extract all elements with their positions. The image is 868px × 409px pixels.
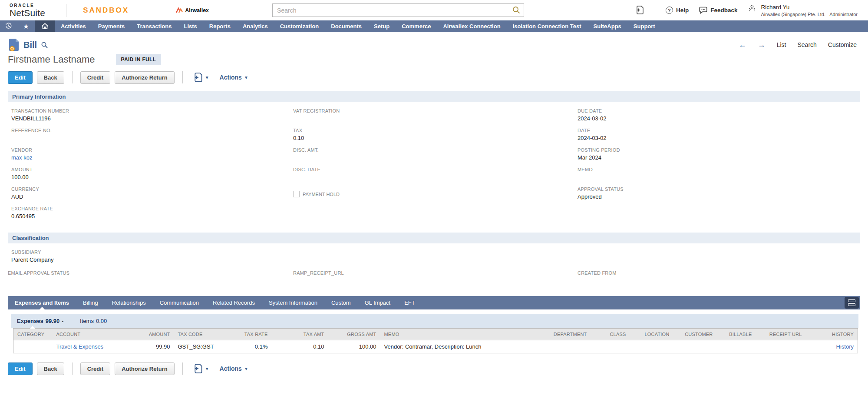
netsuite-wordmark: NetSuite [10, 8, 45, 17]
feedback-label: Feedback [710, 7, 737, 13]
tab-gl-impact[interactable]: GL Impact [358, 296, 397, 309]
add-related-record-button[interactable]: ▼ [194, 73, 209, 83]
field-disc-date: DISC. DATE [293, 167, 578, 186]
spacer [293, 249, 578, 270]
cell-history: History [806, 340, 858, 353]
add-related-record-button[interactable]: ▼ [194, 364, 209, 374]
nav-item-suiteapps[interactable]: SuiteApps [587, 20, 627, 32]
cell-billable [717, 340, 756, 353]
next-record-arrow[interactable]: → [758, 41, 766, 49]
col-tax-rate: TAX RATE [222, 329, 272, 340]
field-transaction-number: TRANSACTION NUMBER VENDBILL1196 [11, 108, 293, 128]
add-record-icon [194, 73, 203, 83]
classification-fields: SUBSIDIARY Parent Company EMAIL APPROVAL… [0, 243, 868, 290]
subtab-items[interactable]: Items 0.00 [80, 318, 107, 324]
field-due-date: DUE DATE 2024-03-02 [578, 108, 868, 128]
field-reference-no: REFERENCE NO. [11, 128, 293, 147]
tab-eft[interactable]: EFT [397, 296, 422, 309]
field-value: 0.10 [293, 135, 578, 141]
field-subsidiary: SUBSIDIARY Parent Company [8, 249, 293, 270]
cell-memo: Vendor: Contramar, Description: Lunch [380, 340, 530, 353]
tab-related-records[interactable]: Related Records [206, 296, 262, 309]
list-link[interactable]: List [777, 41, 786, 48]
record-search-button[interactable] [41, 41, 48, 49]
credit-button[interactable]: Credit [80, 71, 111, 84]
field-label: POSTING PERIOD [578, 147, 868, 153]
top-right-utilities: ? Help Feedback Richard Yu Airwallex (Si… [636, 3, 858, 18]
col-billable: BILLABLE [717, 329, 756, 340]
add-record-icon [636, 6, 644, 15]
search-icon [512, 6, 521, 14]
netsuite-logo[interactable]: ORACLE NetSuite [10, 3, 45, 17]
nav-item-payments[interactable]: Payments [92, 20, 131, 32]
tab-expenses-and-items[interactable]: Expenses and Items [8, 296, 76, 309]
feedback-button[interactable]: Feedback [699, 7, 737, 14]
authorize-return-button[interactable]: Authorize Return [115, 71, 174, 84]
user-menu[interactable]: Richard Yu Airwallex (Singapore) Pte. Lt… [748, 4, 858, 17]
nav-item-isolation-connection-test[interactable]: Isolation Connection Test [507, 20, 587, 32]
main-navigation: ★ Activities Payments Transactions Lists… [0, 20, 868, 32]
field-memo: MEMO [578, 167, 868, 186]
help-button[interactable]: ? Help [666, 7, 689, 14]
col-gross-amt: GROSS AMT [328, 329, 380, 340]
recent-records-button[interactable] [0, 20, 17, 32]
tab-system-information[interactable]: System Information [262, 296, 324, 309]
nav-item-activities[interactable]: Activities [55, 20, 92, 32]
edit-button[interactable]: Edit [8, 362, 33, 375]
chevron-down-icon: ▼ [244, 366, 248, 371]
history-link[interactable]: History [836, 343, 854, 350]
nav-item-transactions[interactable]: Transactions [131, 20, 178, 32]
vendor-link[interactable]: max koz [11, 154, 293, 161]
nav-item-documents[interactable]: Documents [325, 20, 368, 32]
back-button[interactable]: Back [37, 362, 64, 375]
tab-billing[interactable]: Billing [76, 296, 105, 309]
global-search-button[interactable] [511, 5, 521, 16]
primary-information-fields: TRANSACTION NUMBER VENDBILL1196 REFERENC… [0, 102, 868, 226]
authorize-return-button[interactable]: Authorize Return [115, 362, 174, 375]
cell-gross-amt: 100.00 [328, 340, 380, 353]
nav-item-lists[interactable]: Lists [178, 20, 203, 32]
customize-link[interactable]: Customize [828, 41, 857, 48]
nav-item-commerce[interactable]: Commerce [396, 20, 437, 32]
shortcuts-button[interactable]: ★ [17, 20, 35, 32]
nav-item-support[interactable]: Support [627, 20, 661, 32]
previous-record-arrow[interactable]: ← [739, 41, 746, 49]
field-label: DATE [578, 128, 868, 133]
edit-button[interactable]: Edit [8, 71, 33, 84]
utilities-divider [655, 3, 655, 18]
subtab-expenses[interactable]: Expenses 99.90 • [17, 318, 63, 324]
record-quick-links: ← → List Search Customize [739, 41, 857, 49]
search-link[interactable]: Search [798, 41, 817, 48]
primary-information-header: Primary Information [8, 91, 860, 102]
payment-hold-checkbox[interactable] [293, 191, 300, 197]
nav-item-setup[interactable]: Setup [368, 20, 396, 32]
home-button[interactable] [35, 20, 55, 32]
field-amount: AMOUNT 100.00 [11, 167, 293, 186]
field-label: TAX [293, 128, 578, 133]
nav-item-airwallex-connection[interactable]: Airwallex Connection [437, 20, 506, 32]
account-link[interactable]: Travel & Expenses [56, 343, 104, 350]
actions-menu-button[interactable]: Actions ▼ [220, 365, 248, 372]
back-button[interactable]: Back [37, 71, 64, 84]
record-tabs: Expenses and Items Billing Relationships… [8, 296, 860, 309]
expense-table-header-row: CATEGORY ACCOUNT AMOUNT TAX CODE TAX RAT… [13, 329, 858, 340]
field-label: DUE DATE [578, 108, 868, 113]
quick-add-button[interactable] [636, 6, 644, 15]
actions-menu-button[interactable]: Actions ▼ [220, 74, 248, 81]
global-search-input[interactable] [272, 3, 524, 17]
field-date: DATE 2024-03-02 [578, 128, 868, 147]
nav-item-reports[interactable]: Reports [203, 20, 237, 32]
tab-communication[interactable]: Communication [153, 296, 206, 309]
tab-relationships[interactable]: Relationships [105, 296, 153, 309]
subtab-items-label: Items [80, 318, 94, 324]
actions-label: Actions [220, 74, 242, 81]
subtab-items-total: 0.00 [96, 318, 107, 324]
col-amount: AMOUNT [126, 329, 174, 340]
tab-custom[interactable]: Custom [324, 296, 358, 309]
credit-button[interactable]: Credit [80, 362, 111, 375]
brand-divider [66, 4, 66, 17]
nav-item-analytics[interactable]: Analytics [237, 20, 274, 32]
subtab-expenses-total: 99.90 [46, 318, 60, 324]
nav-item-customization[interactable]: Customization [274, 20, 325, 32]
expand-tabs-button[interactable] [845, 297, 859, 309]
